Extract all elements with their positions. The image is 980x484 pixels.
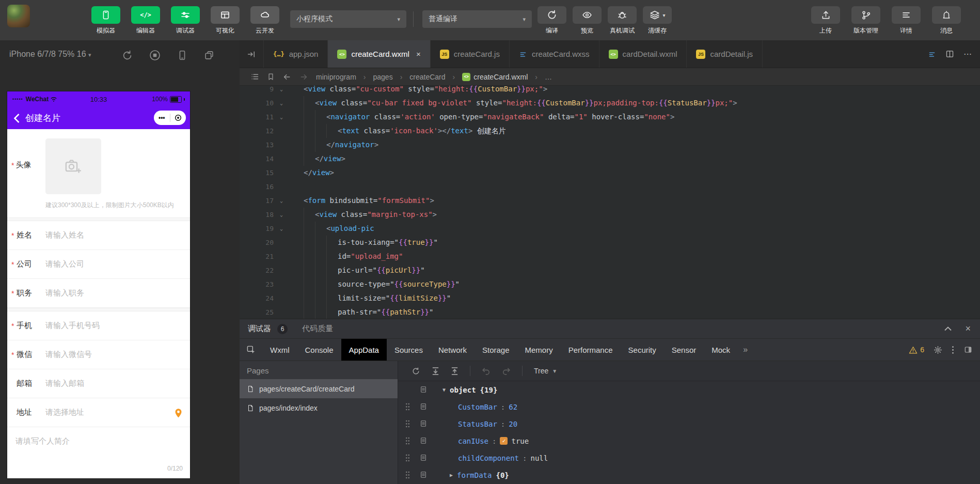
devtools-tab-Sensor[interactable]: Sensor — [664, 339, 704, 361]
form-field-手机[interactable]: *手机请输入手机号码 — [7, 311, 190, 340]
devtools-tab-Security[interactable]: Security — [621, 339, 664, 361]
form-field-邮箱[interactable]: 邮箱请输入邮箱 — [7, 369, 190, 398]
devtools-tab-Memory[interactable]: Memory — [517, 339, 561, 361]
code-editor[interactable]: 9⌄<view class="cu-custom" style="height:… — [240, 86, 980, 319]
compile-mode-dropdown[interactable]: 普通编译 ▾ — [422, 10, 532, 28]
devtools-tab-Sources[interactable]: Sources — [387, 339, 431, 361]
toolbar-button-详情[interactable]: 详情 — [891, 6, 921, 35]
fold-arrow-icon[interactable]: ⌄ — [274, 194, 289, 208]
multi-window-button[interactable] — [203, 49, 215, 61]
tab-debugger[interactable]: 调试器 — [248, 324, 271, 334]
grid-handle-icon[interactable] — [405, 420, 410, 428]
refresh-icon[interactable] — [412, 367, 420, 376]
redo-icon[interactable] — [502, 367, 511, 375]
toolbar-button-编译[interactable]: 编译 — [537, 6, 567, 35]
editor-tab-createCard.wxml[interactable]: <>createCard.wxml× — [328, 40, 430, 68]
back-chevron-icon[interactable] — [13, 113, 20, 123]
view-mode-dropdown[interactable]: Tree ▼ — [534, 367, 557, 375]
tree-row-canIUse[interactable]: canIUse:✓true — [398, 432, 980, 449]
editor-tab-cardDetail.wxml[interactable]: <>cardDetail.wxml — [599, 40, 687, 68]
toolbar-button-模拟器[interactable]: 模拟器 — [91, 6, 121, 35]
form-field-姓名[interactable]: *姓名请输入姓名 — [7, 221, 190, 250]
close-panel-icon[interactable]: × — [965, 323, 971, 334]
dock-side-icon[interactable] — [963, 346, 973, 354]
editor-tab-createCard.js[interactable]: JScreateCard.js — [431, 40, 510, 68]
refresh-simulator-button[interactable] — [121, 49, 133, 61]
toolbar-button-预览[interactable]: 预览 — [572, 6, 602, 35]
toolbar-button-上传[interactable]: 上传 — [811, 6, 841, 35]
devtools-tab-Mock[interactable]: Mock — [704, 339, 738, 361]
tab-code-quality[interactable]: 代码质量 — [302, 324, 333, 334]
breadcrumb-item[interactable]: miniprogram — [316, 73, 356, 81]
user-avatar[interactable] — [7, 5, 30, 27]
toolbar-button-清缓存[interactable]: ▾清缓存 — [642, 6, 672, 35]
devtools-tab-Network[interactable]: Network — [431, 339, 475, 361]
editor-tab-createCard.wxss[interactable]: createCard.wxss — [510, 40, 599, 68]
tree-row-object[interactable]: ▼object{19} — [398, 381, 980, 398]
fold-arrow-icon[interactable]: ⌄ — [274, 86, 289, 96]
nav-back-icon[interactable] — [282, 73, 292, 81]
split-editor-icon[interactable] — [945, 50, 954, 58]
checked-checkbox-icon[interactable]: ✓ — [500, 437, 508, 445]
grid-handle-icon[interactable] — [405, 403, 410, 411]
page-item[interactable]: pages/createCard/createCard — [240, 379, 398, 398]
form-field-公司[interactable]: *公司请输入公司 — [7, 250, 190, 279]
breadcrumb-item[interactable]: createCard — [409, 73, 445, 81]
editor-more-icon[interactable]: ⋯ — [963, 49, 972, 59]
expand-all-icon[interactable] — [432, 367, 439, 376]
fold-arrow-icon[interactable]: ⌄ — [274, 96, 289, 110]
devtools-tab-Performance[interactable]: Performance — [561, 339, 621, 361]
warning-counter[interactable]: 6 — [909, 346, 924, 354]
fold-arrow-icon[interactable]: ⌄ — [274, 110, 289, 124]
devtools-tab-Storage[interactable]: Storage — [475, 339, 517, 361]
mode-dropdown[interactable]: 小程序模式 ▾ — [290, 10, 406, 28]
fold-arrow-icon[interactable]: ⌄ — [274, 222, 289, 236]
stop-simulator-button[interactable] — [149, 49, 161, 61]
editor-tab-app.json[interactable]: {…}app.json — [264, 40, 328, 68]
gear-icon[interactable] — [934, 346, 942, 354]
undo-icon[interactable] — [482, 367, 491, 375]
toolbar-button-消息[interactable]: 消息 — [931, 6, 961, 35]
kebab-menu-icon[interactable] — [952, 346, 954, 354]
toolbar-button-云开发[interactable]: 云开发 — [250, 6, 280, 35]
disclosure-collapsed-icon[interactable]: ▶ — [450, 472, 453, 478]
tab-overflow-icon[interactable]: » — [738, 339, 753, 361]
location-pin-icon[interactable] — [174, 408, 183, 418]
toolbar-button-调试器[interactable]: 调试器 — [170, 6, 200, 35]
collapse-all-icon[interactable] — [451, 367, 459, 376]
grid-handle-icon[interactable] — [405, 454, 410, 462]
form-field-微信[interactable]: *微信请输入微信号 — [7, 340, 190, 369]
breadcrumb-item[interactable]: … — [545, 73, 552, 81]
list-icon[interactable] — [250, 72, 260, 81]
breadcrumb-item[interactable]: <>createCard.wxml — [462, 73, 528, 81]
form-field-地址[interactable]: 地址请选择地址 — [7, 398, 190, 427]
toolbar-button-真机调试[interactable]: 真机调试 — [607, 6, 637, 35]
breadcrumb-item[interactable]: pages — [373, 73, 392, 81]
tree-row-formData[interactable]: ▶formData{0} — [398, 466, 980, 483]
disclosure-expanded-icon[interactable]: ▼ — [442, 387, 446, 393]
tree-row-CustomBar[interactable]: CustomBar:62 — [398, 398, 980, 415]
format-code-icon[interactable] — [928, 51, 936, 58]
editor-tab-cardDetail.js[interactable]: JScardDetail.js — [687, 40, 763, 68]
grid-handle-icon[interactable] — [405, 471, 410, 479]
pin-editor-icon[interactable] — [240, 40, 264, 68]
device-selector[interactable]: iPhone 6/7/8 75% 16 ▾ — [9, 50, 91, 59]
avatar-upload-button[interactable] — [45, 138, 101, 194]
inspect-element-icon[interactable] — [240, 339, 262, 361]
toolbar-button-版本管理[interactable]: 版本管理 — [851, 6, 881, 35]
bookmark-icon[interactable] — [267, 72, 275, 81]
collapse-panel-icon[interactable] — [944, 326, 952, 331]
fold-arrow-icon[interactable]: ⌄ — [274, 208, 289, 222]
more-menu-button[interactable]: ••• — [154, 115, 170, 120]
close-tab-icon[interactable]: × — [416, 50, 421, 58]
nav-forward-icon[interactable] — [299, 73, 309, 81]
tree-row-StatusBar[interactable]: StatusBar:20 — [398, 415, 980, 432]
devtools-tab-Console[interactable]: Console — [297, 339, 341, 361]
toolbar-button-可视化[interactable]: 可视化 — [210, 6, 240, 35]
grid-handle-icon[interactable] — [405, 437, 410, 445]
form-field-职务[interactable]: *职务请输入职务 — [7, 279, 190, 308]
page-item[interactable]: pages/index/index — [240, 398, 398, 417]
device-frame-button[interactable] — [177, 49, 188, 61]
tree-row-childComponent[interactable]: childComponent:null — [398, 449, 980, 466]
intro-field[interactable]: 请填写个人简介 0/120 — [7, 427, 190, 478]
